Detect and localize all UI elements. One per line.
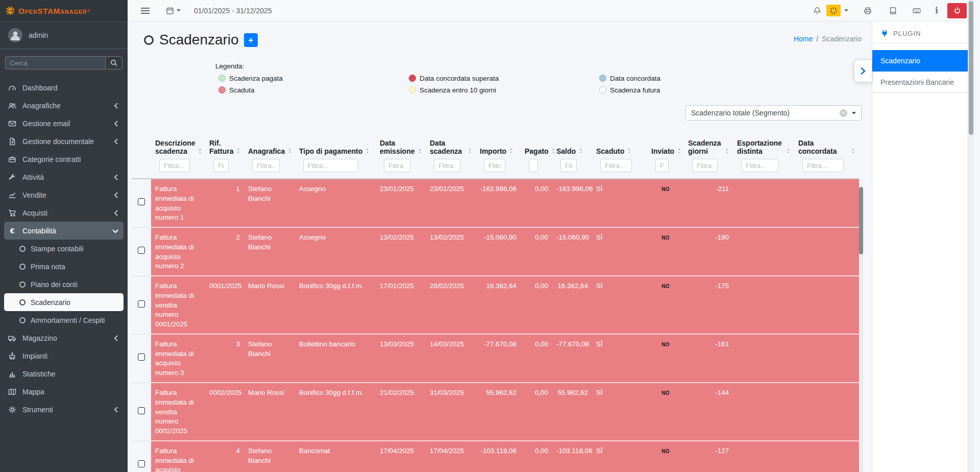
column-header-saldo[interactable]: Saldo▲▼	[552, 135, 592, 179]
column-header-pagato[interactable]: Pagato▲▼	[521, 135, 552, 179]
caret-down-icon[interactable]	[844, 9, 848, 12]
clear-icon[interactable]: ✕	[840, 109, 847, 117]
table-row[interactable]: Fattura immediata di acquisto numero 11S…	[132, 179, 859, 228]
sort-icon[interactable]: ▲▼	[365, 147, 369, 154]
version-button[interactable]	[826, 5, 841, 16]
sidebar-item-vendite[interactable]: Vendite	[0, 186, 128, 204]
filter-input-pagato[interactable]	[529, 159, 538, 172]
column-header-rif-fattura[interactable]: Rif. Fattura▲▼	[205, 135, 244, 179]
column-header-scaduto[interactable]: Scaduto▲▼	[592, 135, 647, 179]
filter-input-saldo[interactable]	[560, 159, 577, 172]
period-picker[interactable]	[166, 7, 181, 15]
sidebar-item-scadenzario[interactable]: Scadenzario	[4, 293, 124, 311]
row-checkbox[interactable]	[138, 407, 145, 414]
column-header-importo[interactable]: Importo▲▼	[476, 135, 521, 179]
plugin-item-presentazioni-bancarie[interactable]: Presentazioni Bancarie	[872, 72, 974, 93]
filter-input-descrizione-scadenza[interactable]	[159, 159, 190, 172]
filter-input-esportazione-distinta[interactable]	[741, 159, 779, 172]
segment-select[interactable]: Scadenzario totale (Segmento) ✕	[685, 105, 862, 121]
column-header-descrizione-scadenza[interactable]: Descrizione scadenza▲▼	[151, 135, 205, 179]
add-button[interactable]: +	[244, 33, 258, 47]
sort-icon[interactable]: ▲▼	[627, 147, 631, 154]
filter-input-scadenza-giorni[interactable]	[692, 159, 718, 172]
sort-icon[interactable]: ▲▼	[552, 147, 555, 154]
column-header-esportazione-distinta[interactable]: Esportazione distinta▲▼	[733, 135, 794, 179]
sort-icon[interactable]: ▲▼	[236, 147, 240, 154]
sidebar-item-statistiche[interactable]: Statistiche	[0, 365, 128, 383]
column-header-data-concordata[interactable]: Data concordata▲▼	[794, 135, 859, 179]
brand[interactable]: OSM OpenSTAManager ®	[0, 0, 128, 22]
sidebar-item-mappa[interactable]: Mappa	[0, 383, 128, 400]
search-button[interactable]	[105, 56, 122, 69]
table-row[interactable]: Fattura immediata di vendita numero 0002…	[132, 383, 859, 441]
sidebar-item-prima-nota[interactable]: Prima nota	[0, 257, 128, 275]
plugin-item-scadenzario[interactable]: Scadenzario	[872, 50, 974, 72]
filter-input-rif-fattura[interactable]	[213, 159, 229, 172]
filter-input-data-concordata[interactable]	[802, 159, 844, 172]
table-row[interactable]: Fattura immediata di acquisto numero 33S…	[132, 335, 859, 383]
shortcuts-button[interactable]	[913, 7, 921, 15]
sidebar-item-gestione-documentale[interactable]: Gestione documentale	[0, 132, 128, 150]
notifications-button[interactable]	[813, 7, 821, 15]
sort-icon[interactable]: ▲▼	[418, 147, 422, 154]
column-header-inviato[interactable]: Inviato▲▼	[647, 135, 684, 179]
sort-icon[interactable]: ▲▼	[199, 147, 202, 154]
sort-icon[interactable]: ▲▼	[851, 147, 855, 154]
sidebar-item-acquisti[interactable]: Acquisti	[0, 204, 128, 222]
search-input[interactable]	[5, 56, 105, 69]
user-panel[interactable]: admin	[0, 22, 128, 49]
table-scrollbar[interactable]	[859, 184, 863, 472]
filter-input-data-scadenza[interactable]	[434, 159, 460, 172]
print-button[interactable]	[864, 7, 872, 15]
sort-icon[interactable]: ▲▼	[468, 147, 472, 154]
sidebar-item-attivita[interactable]: Attività	[0, 168, 128, 186]
column-header-anagrafica[interactable]: Anagrafica▲▼	[244, 135, 295, 179]
filter-input-inviato[interactable]	[655, 159, 669, 172]
sort-icon[interactable]: ▲▼	[787, 147, 790, 154]
column-header-data-emissione[interactable]: Data emissione▲▼	[376, 135, 426, 179]
sidebar-item-ammortamenti-cespiti[interactable]: Ammortamenti / Cespiti	[0, 311, 128, 329]
column-header-tipo-di-pagamento[interactable]: Tipo di pagamento▲▼	[295, 135, 376, 179]
filter-input-data-emissione[interactable]	[384, 159, 410, 172]
table-row[interactable]: Fattura immediata di acquisto numero 22S…	[132, 228, 859, 276]
info-icon[interactable]: i	[935, 6, 938, 15]
sidebar-item-impianti[interactable]: Impianti	[0, 347, 128, 365]
row-checkbox[interactable]	[138, 353, 145, 361]
sidebar-item-strumenti[interactable]: Strumenti	[0, 400, 128, 418]
plugin-panel-toggle[interactable]	[854, 60, 872, 82]
row-checkbox[interactable]	[138, 198, 145, 205]
breadcrumb-home-link[interactable]: Home	[794, 35, 813, 43]
sort-icon[interactable]: ▲▼	[677, 147, 681, 154]
logout-button[interactable]	[947, 3, 967, 18]
sidebar-item-categorie-contratti[interactable]: Categorie contratti	[0, 150, 128, 168]
window-scrollbar-thumb[interactable]	[969, 1, 973, 135]
row-checkbox[interactable]	[138, 247, 145, 254]
filter-input-importo[interactable]	[484, 159, 505, 172]
sidebar-item-piano-dei-conti[interactable]: Piano dei conti	[0, 275, 128, 293]
sidebar-item-dashboard[interactable]: Dashboard	[0, 79, 128, 97]
row-checkbox[interactable]	[138, 460, 145, 467]
sidebar-item-contabilita[interactable]: € Contabilità	[4, 222, 124, 240]
sidebar-item-magazzino[interactable]: Magazzino	[0, 329, 128, 347]
breadcrumb-current: Scadenzario	[822, 35, 862, 43]
sort-icon[interactable]: ▲▼	[288, 147, 291, 154]
window-scrollbar[interactable]	[968, 0, 974, 472]
table-row[interactable]: Fattura immediata di vendita numero 0001…	[132, 276, 859, 335]
sort-icon[interactable]: ▲▼	[725, 147, 729, 154]
sort-icon[interactable]: ▲▼	[509, 147, 513, 154]
hamburger-icon[interactable]	[141, 8, 150, 14]
docs-button[interactable]	[889, 7, 897, 15]
column-header-data-scadenza[interactable]: Data scadenza▲▼	[426, 135, 476, 179]
sidebar-item-stampe-contabili[interactable]: Stampe contabili	[0, 240, 128, 257]
row-checkbox[interactable]	[138, 300, 145, 308]
filter-input-anagrafica[interactable]	[252, 159, 280, 172]
table-row[interactable]: Fattura immediata di acquisto numero 44S…	[132, 441, 859, 472]
sidebar-item-anagrafiche[interactable]: Anagrafiche	[0, 97, 128, 114]
cell-scaduto: SÌ	[592, 179, 647, 228]
table-scrollbar-thumb[interactable]	[859, 187, 863, 254]
sort-icon[interactable]: ▲▼	[579, 147, 582, 154]
filter-input-tipo-di-pagamento[interactable]	[303, 159, 358, 172]
filter-input-scaduto[interactable]	[600, 159, 632, 172]
sidebar-item-gestione-email[interactable]: Gestione email	[0, 114, 128, 132]
column-header-scadenza-giorni[interactable]: Scadenza giorni▲▼	[684, 135, 733, 179]
